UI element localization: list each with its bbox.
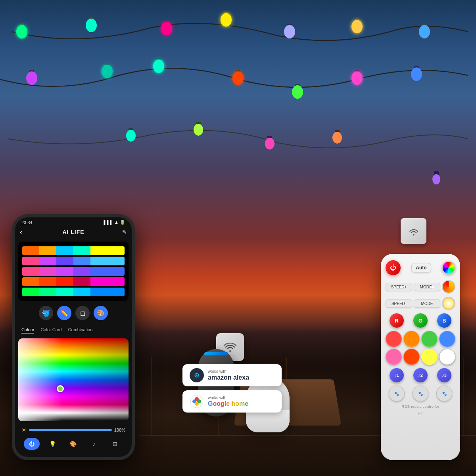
brightness-row: ☀ 100%: [21, 427, 125, 433]
remote-power-button[interactable]: ⏻: [386, 260, 401, 275]
remote-color-1[interactable]: [386, 331, 402, 347]
remote-color-grid: [386, 331, 455, 365]
strip-segment: [90, 288, 107, 296]
google-badge-icon: [190, 394, 204, 409]
phone-header: ‹ AI LIFE ✎: [15, 226, 132, 238]
erase-tool-button[interactable]: ◻: [75, 306, 90, 320]
remote-speed-plus-button[interactable]: SPEED+: [386, 283, 412, 291]
remote-color-6[interactable]: [403, 349, 420, 365]
google-small-text: works with: [208, 395, 248, 400]
remote-speed-mode-plus-row: SPEED+ MODE+: [386, 280, 455, 294]
strip-segment: [73, 267, 90, 276]
remote-warm-button[interactable]: [442, 297, 455, 310]
strip-segment: [22, 257, 39, 265]
remote-func-row: 🐾 🐾 🐾: [386, 386, 455, 401]
app-bottom-controls: ☀ 100% ⏻ 💡 🎨 ♪ ⊞: [18, 424, 129, 454]
google-speaker-bottom: [246, 410, 290, 432]
nav-grid[interactable]: ⊞: [107, 438, 123, 450]
phone-mockup: 23:34 ▌▌▌ ▲ 🔋 ‹ AI LIFE ✎: [12, 214, 135, 460]
remote-music-1-button[interactable]: ♪1: [390, 368, 404, 382]
remote-color-7[interactable]: [421, 349, 438, 365]
tab-colour[interactable]: Colour: [21, 326, 34, 334]
strip-row-1: [22, 246, 125, 255]
app-tool-icons: 🪣 ✏️ ◻ 🎨: [18, 304, 129, 322]
remote-color-3[interactable]: [421, 331, 438, 347]
svg-point-40: [190, 395, 203, 408]
strip-segment: [107, 257, 125, 265]
nav-power[interactable]: ⏻: [24, 438, 40, 450]
remote-speed-mode-minus-row: SPEED- MODE: [386, 297, 455, 310]
strip-segment: [107, 267, 125, 276]
fill-tool-button[interactable]: 🪣: [39, 306, 53, 320]
google-badge-text: works with Google home: [208, 395, 248, 407]
strip-segment: [56, 277, 73, 286]
remote-sun-button[interactable]: [442, 280, 455, 294]
remote-control: ⏻ Auto SPEED+ MODE+ SPEED- MODE R G B ♪1…: [381, 254, 460, 460]
fence-post-1: [151, 357, 152, 436]
phone-content: 🪣 ✏️ ◻ 🎨 Colour Color Card Combination: [15, 238, 132, 457]
strip-row-3: [22, 267, 125, 276]
strip-segment: [22, 246, 39, 255]
remote-music-3-button[interactable]: ♪3: [437, 368, 451, 382]
phone-app-title: AI LIFE: [62, 229, 84, 235]
nav-palette[interactable]: 🎨: [65, 438, 81, 450]
color-picker[interactable]: [18, 338, 129, 421]
strip-segment: [39, 288, 56, 296]
color-wheel-button[interactable]: 🎨: [94, 306, 108, 320]
google-badge: works with Google home: [182, 390, 282, 413]
remote-color-4[interactable]: [439, 331, 455, 347]
strip-segment: [39, 267, 56, 276]
strip-segment: [56, 246, 73, 255]
tab-colorcard[interactable]: Color Card: [40, 326, 61, 334]
svg-point-39: [196, 374, 198, 376]
remote-green-button[interactable]: G: [413, 313, 428, 328]
strip-row-4: [22, 277, 125, 286]
strip-row-2: [22, 257, 125, 265]
tab-combination[interactable]: Combination: [68, 326, 93, 334]
remote-func-3-button[interactable]: 🐾: [436, 386, 452, 401]
phone-back-button[interactable]: ‹: [20, 228, 22, 236]
alexa-badge: works with amazon alexa: [182, 364, 282, 386]
strip-segment: [73, 257, 90, 265]
strip-segment: [56, 257, 73, 265]
phone-status-bar: 23:34 ▌▌▌ ▲ 🔋: [15, 217, 132, 226]
remote-color-white[interactable]: [439, 349, 455, 365]
fence-post-4: [463, 357, 464, 436]
google-main-text: Google home: [208, 400, 248, 407]
strip-segment: [90, 277, 107, 286]
remote-rgb-row: R G B: [386, 313, 455, 328]
strip-segment: [107, 277, 125, 286]
nav-bulb[interactable]: 💡: [45, 438, 61, 450]
remote-music-2-button[interactable]: ♪2: [413, 368, 428, 382]
alexa-main-text: amazon alexa: [208, 374, 249, 381]
phone-screen: 23:34 ▌▌▌ ▲ 🔋 ‹ AI LIFE ✎: [15, 217, 132, 457]
alexa-badge-icon: [190, 368, 204, 382]
alexa-small-text: works with: [208, 369, 249, 374]
color-overlay: [18, 338, 129, 421]
remote-mode-plus-button[interactable]: MODE+: [414, 283, 440, 291]
remote-speed-minus-button[interactable]: SPEED-: [386, 299, 412, 308]
remote-color-2[interactable]: [403, 331, 420, 347]
remote-func-2-button[interactable]: 🐾: [413, 386, 428, 401]
paint-tool-button[interactable]: ✏️: [57, 306, 71, 320]
remote-mode-minus-button[interactable]: MODE: [414, 299, 440, 308]
bottom-navigation: ⏻ 💡 🎨 ♪ ⊞: [21, 436, 125, 451]
strip-segment: [90, 257, 107, 265]
color-strips-display: [18, 242, 129, 301]
remote-blue-button[interactable]: B: [437, 313, 451, 328]
remote-color-5[interactable]: [386, 349, 402, 365]
remote-func-1-button[interactable]: 🐾: [389, 386, 405, 401]
remote-color-wheel-button[interactable]: [442, 261, 455, 274]
phone-edit-button[interactable]: ✎: [122, 229, 127, 235]
remote-top-row: ⏻ Auto: [386, 260, 455, 275]
remote-auto-button[interactable]: Auto: [411, 263, 431, 273]
svg-point-44: [195, 402, 199, 406]
remote-red-button[interactable]: R: [390, 313, 404, 328]
strip-segment: [22, 267, 39, 276]
nav-music[interactable]: ♪: [86, 438, 102, 450]
strip-segment: [73, 277, 90, 286]
strip-segment: [56, 288, 73, 296]
wifi-icon-right: [407, 225, 420, 238]
strip-segment: [73, 246, 90, 255]
brightness-bar[interactable]: [29, 429, 112, 431]
